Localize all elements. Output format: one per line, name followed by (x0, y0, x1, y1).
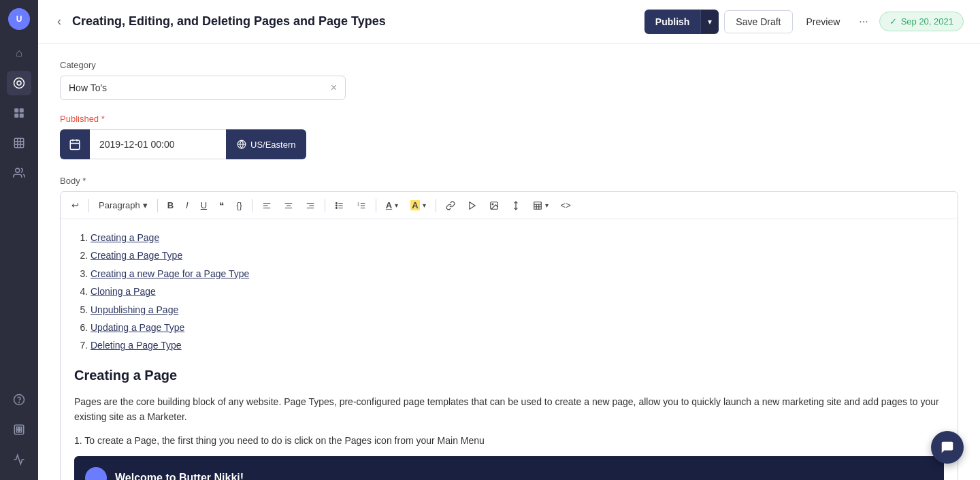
svg-rect-2 (14, 108, 18, 112)
publish-button-group: Publish ▾ (644, 10, 719, 34)
style-arrow: ▾ (143, 200, 148, 210)
svg-rect-17 (16, 430, 18, 432)
bold-button[interactable]: B (162, 196, 179, 214)
check-icon: ✓ (889, 16, 897, 27)
svg-point-38 (336, 205, 337, 206)
svg-point-11 (16, 168, 20, 172)
svg-point-1 (17, 81, 21, 85)
toc-link-1[interactable]: Creating a Page (91, 232, 159, 243)
category-input[interactable] (69, 82, 331, 93)
list-item: Creating a new Page for a Page Type (91, 266, 944, 281)
embed-title: Welcome to Butter Nikki! (115, 469, 244, 480)
timezone-label: US/Eastern (250, 140, 295, 150)
svg-rect-5 (20, 114, 24, 118)
toolbar-divider-3 (252, 199, 252, 212)
sidebar-icon-media[interactable] (7, 417, 31, 442)
sidebar-icon-help[interactable] (7, 387, 31, 412)
toc-link-6[interactable]: Updating a Page Type (91, 322, 184, 333)
style-label: Paragraph (99, 200, 140, 210)
toolbar-divider-4 (325, 199, 325, 212)
italic-button[interactable]: I (180, 196, 194, 214)
step-text: 1. To create a Page, the first thing you… (74, 433, 944, 448)
save-draft-button[interactable]: Save Draft (724, 10, 792, 33)
back-button[interactable]: ‹ (54, 12, 64, 31)
publish-dropdown-button[interactable]: ▾ (700, 10, 719, 33)
sidebar: U ⌂ (0, 0, 38, 480)
toc-link-7[interactable]: Deleting a Page Type (91, 340, 182, 351)
toc-link-5[interactable]: Unpublishing a Page (91, 304, 178, 315)
link-button[interactable] (440, 197, 461, 214)
list-item: Creating a Page (91, 230, 944, 245)
header: ‹ Creating, Editing, and Deleting Pages … (38, 0, 980, 44)
main-content: ‹ Creating, Editing, and Deleting Pages … (38, 0, 980, 480)
sidebar-icon-users[interactable] (7, 161, 31, 185)
avatar[interactable]: U (8, 8, 30, 30)
svg-rect-15 (16, 427, 18, 429)
align-left-button[interactable] (257, 197, 277, 214)
published-row: US/Eastern (60, 129, 958, 159)
style-selector[interactable]: Paragraph ▾ (93, 197, 153, 213)
page-title: Creating, Editing, and Deleting Pages an… (72, 14, 644, 29)
svg-text:2.: 2. (357, 204, 359, 207)
preview-button[interactable]: Preview (798, 11, 849, 33)
video-button[interactable] (462, 197, 483, 214)
svg-point-39 (336, 207, 337, 208)
svg-rect-49 (534, 202, 541, 209)
sidebar-icon-settings[interactable] (7, 447, 31, 472)
align-right-button[interactable] (300, 197, 321, 214)
more-options-button[interactable]: ··· (853, 10, 873, 33)
list-item: Cloning a Page (91, 284, 944, 299)
line-height-button[interactable] (506, 197, 526, 214)
font-color-button[interactable]: A ▾ (380, 196, 404, 214)
toc-list: Creating a Page Creating a Page Type Cre… (74, 230, 944, 353)
image-button[interactable] (484, 197, 504, 214)
body-label: Body * (60, 176, 958, 186)
svg-rect-3 (20, 108, 24, 112)
toc-link-3[interactable]: Creating a new Page for a Page Type (91, 268, 249, 279)
required-marker: * (99, 114, 105, 124)
sidebar-icon-blog[interactable] (7, 71, 31, 95)
body-editor: ↩ Paragraph ▾ B I U ❝ {} (60, 191, 958, 480)
section-heading: Creating a Page (74, 364, 944, 386)
sidebar-icon-grid[interactable] (7, 131, 31, 155)
sidebar-icon-home[interactable]: ⌂ (7, 41, 31, 65)
table-button[interactable]: ▾ (527, 197, 554, 214)
date-input[interactable] (90, 129, 226, 159)
timezone-button[interactable]: US/Eastern (226, 129, 306, 159)
svg-point-37 (336, 202, 337, 204)
svg-point-0 (14, 78, 24, 89)
category-field: × (60, 76, 346, 100)
header-actions: Publish ▾ Save Draft Preview ··· ✓ Sep 2… (644, 10, 964, 34)
toolbar-divider-6 (436, 199, 436, 212)
highlight-label: A (410, 200, 419, 210)
sidebar-icon-pages[interactable] (7, 101, 31, 125)
editor-toolbar: ↩ Paragraph ▾ B I U ❝ {} (61, 192, 958, 219)
publish-main-button[interactable]: Publish (644, 10, 701, 34)
svg-rect-6 (14, 138, 24, 148)
toolbar-divider-1 (88, 199, 89, 212)
embed-avatar (85, 467, 107, 480)
undo-button[interactable]: ↩ (66, 196, 84, 214)
highlight-button[interactable]: A ▾ (405, 196, 431, 214)
list-item: Unpublishing a Page (91, 302, 944, 317)
align-center-button[interactable] (278, 197, 299, 214)
status-badge: ✓ Sep 20, 2021 (879, 12, 964, 31)
category-label: Category (60, 60, 958, 70)
list-item: Updating a Page Type (91, 320, 944, 335)
section-body: Pages are the core building block of any… (74, 394, 944, 425)
content-area: Category × Published * US/Eastern Body * (38, 44, 980, 480)
underline-button[interactable]: U (195, 196, 212, 214)
chat-button[interactable] (931, 431, 964, 464)
code-button[interactable]: {} (231, 196, 248, 214)
blockquote-button[interactable]: ❝ (214, 196, 229, 214)
ordered-list-button[interactable]: 1.2. (351, 197, 372, 214)
category-clear-button[interactable]: × (331, 82, 337, 94)
toc-link-4[interactable]: Cloning a Page (91, 286, 156, 297)
toc-link-2[interactable]: Creating a Page Type (91, 250, 182, 261)
list-item: Creating a Page Type (91, 248, 944, 263)
svg-marker-45 (470, 202, 475, 209)
embed-button[interactable]: <> (555, 196, 576, 214)
calendar-button[interactable] (60, 129, 90, 159)
editor-content-area[interactable]: Creating a Page Creating a Page Type Cre… (61, 219, 958, 480)
bullet-list-button[interactable] (329, 197, 350, 214)
